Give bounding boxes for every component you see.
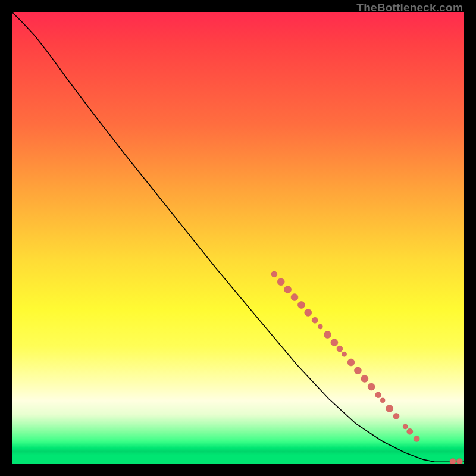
data-marker: [414, 436, 419, 441]
data-marker: [284, 286, 292, 293]
data-marker: [331, 339, 338, 346]
data-marker: [347, 359, 355, 366]
data-marker: [380, 398, 385, 403]
data-marker: [318, 324, 322, 329]
data-marker: [312, 317, 318, 323]
data-marker: [324, 331, 331, 339]
data-marker: [342, 352, 347, 356]
data-marker: [450, 458, 456, 464]
data-marker: [305, 309, 312, 316]
bottleneck-curve: [12, 12, 464, 462]
data-marker: [354, 367, 361, 374]
data-marker: [361, 375, 368, 382]
data-marker: [291, 294, 298, 301]
data-marker: [271, 271, 277, 277]
chart-svg: [12, 12, 464, 464]
plot-area: [12, 12, 464, 464]
data-marker: [403, 424, 408, 429]
data-marker: [393, 413, 399, 419]
attribution-label: TheBottleneck.com: [356, 1, 463, 14]
data-marker: [386, 405, 393, 412]
data-marker: [368, 383, 375, 390]
data-marker: [375, 392, 381, 398]
chart-stage: TheBottleneck.com: [0, 0, 476, 476]
data-marker: [277, 278, 284, 286]
data-marker: [298, 302, 305, 309]
data-marker: [407, 428, 413, 434]
data-marker: [456, 458, 462, 464]
data-marker: [337, 346, 343, 352]
